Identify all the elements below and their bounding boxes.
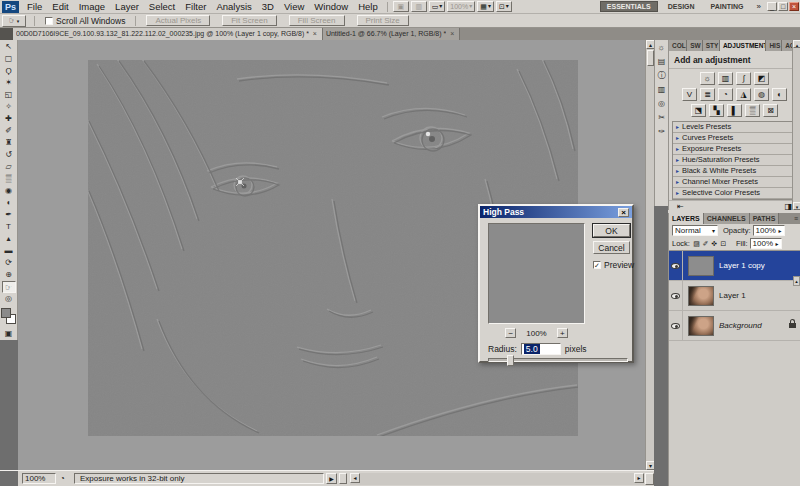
tool-button[interactable]: ▢ xyxy=(2,53,16,65)
menu-item[interactable]: Help xyxy=(353,0,383,14)
adjustment-icon[interactable]: ▥ xyxy=(718,72,733,85)
preset-row[interactable]: ▸ Exposure Presets xyxy=(673,144,796,155)
tool-button[interactable]: ▒ xyxy=(2,173,16,185)
adjustment-icon[interactable]: ◍ xyxy=(754,88,769,101)
tool-button[interactable]: ↺ xyxy=(2,149,16,161)
adjustment-icon[interactable]: ◩ xyxy=(754,72,769,85)
tool-button[interactable]: ✐ xyxy=(2,125,16,137)
adjustment-icon[interactable]: ◐ xyxy=(772,88,787,101)
adjustment-icon[interactable]: ▚ xyxy=(709,104,724,117)
expand-triangle-icon[interactable]: ▸ xyxy=(676,177,679,187)
adjustment-icon[interactable]: ◮ xyxy=(736,88,751,101)
appbar-icon[interactable]: ▭ ▾ xyxy=(429,1,446,12)
zoom-out-button[interactable]: − xyxy=(505,328,516,338)
tool-button[interactable]: ◖ xyxy=(2,197,16,209)
dock-panel-icon[interactable]: ✂ xyxy=(656,112,668,124)
panel-tab[interactable]: STY xyxy=(703,40,720,51)
tool-button[interactable]: ▬ xyxy=(2,245,16,257)
opacity-field[interactable]: 100% ▸ xyxy=(753,225,785,236)
status-menu-arrow-icon[interactable]: ▶ xyxy=(326,473,337,484)
window-control-button[interactable]: □ xyxy=(778,2,788,11)
close-icon[interactable]: × xyxy=(618,208,629,217)
spinner-icon[interactable]: ▸ xyxy=(776,240,779,247)
menu-item[interactable]: Edit xyxy=(47,0,73,14)
blend-mode-select[interactable]: Normal ▾ xyxy=(672,225,718,236)
tool-button[interactable]: ✶ xyxy=(2,77,16,89)
view-button[interactable]: Print Size xyxy=(357,15,409,26)
appbar-icon[interactable]: ▦ ▾ xyxy=(477,1,494,12)
preset-row[interactable]: ▸ Curves Presets xyxy=(673,133,796,144)
workspace-overflow-button[interactable]: » xyxy=(752,0,766,14)
workspace-button[interactable]: DESIGN xyxy=(662,2,701,11)
tool-button[interactable]: ☞ xyxy=(2,281,16,293)
tool-preset-picker[interactable]: ☞ ▾ xyxy=(2,15,26,27)
scrollbar-thumb[interactable] xyxy=(647,50,654,66)
panel-tab[interactable]: ADJUSTMENTS xyxy=(720,40,767,51)
adjustment-icon[interactable]: ⊠ xyxy=(763,104,778,117)
layer-row[interactable]: Layer 1 copy xyxy=(669,251,800,281)
preset-row[interactable]: ▸ Selective Color Presets xyxy=(673,188,796,199)
preview-checkbox[interactable]: ✓ xyxy=(593,261,601,269)
tool-button[interactable]: ◎ xyxy=(2,293,16,305)
adjustment-icon[interactable]: V xyxy=(682,88,697,101)
scroll-left-icon[interactable]: ◂ xyxy=(350,473,360,483)
workspace-button[interactable]: PAINTING xyxy=(705,2,750,11)
window-control-button[interactable]: _ xyxy=(767,2,777,11)
expand-triangle-icon[interactable]: ▸ xyxy=(676,133,679,143)
scroll-up-icon[interactable]: ▴ xyxy=(793,40,800,48)
filter-preview[interactable] xyxy=(488,223,585,324)
layer-row[interactable]: Background xyxy=(669,311,800,341)
panel-menu-icon[interactable]: ≡ xyxy=(792,213,800,224)
document-tab[interactable]: 00D0D7106I9CE_09.100.93.132_81.222.112.0… xyxy=(13,28,323,40)
expand-triangle-icon[interactable]: ▸ xyxy=(676,166,679,176)
view-button[interactable]: Fit Screen xyxy=(222,15,276,26)
layer-name[interactable]: Background xyxy=(719,321,789,330)
zoom-in-button[interactable]: + xyxy=(557,328,568,338)
vertical-scrollbar[interactable]: ▴ ▾ xyxy=(645,40,654,470)
layers-scrollbar[interactable]: ▴ xyxy=(793,276,800,286)
menu-item[interactable]: Window xyxy=(309,0,353,14)
tool-button[interactable]: Ϙ xyxy=(2,65,16,77)
document-tab[interactable]: Untitled-1 @ 66.7% (Layer 1, RGB/8) * × xyxy=(323,28,460,40)
tool-button[interactable]: ◉ xyxy=(2,185,16,197)
tab-scroll-button[interactable] xyxy=(0,28,13,40)
preset-row[interactable]: ▸ Hue/Saturation Presets xyxy=(673,155,796,166)
menu-item[interactable]: View xyxy=(279,0,309,14)
slider-thumb[interactable] xyxy=(507,355,514,366)
adjustment-icon[interactable]: ≣ xyxy=(700,88,715,101)
layer-thumbnail[interactable] xyxy=(688,256,714,276)
adjustment-icon[interactable]: ∫ xyxy=(736,72,751,85)
expand-triangle-icon[interactable]: ▸ xyxy=(676,155,679,165)
lock-icon[interactable]: ✐ xyxy=(701,240,710,248)
layer-visibility-toggle[interactable] xyxy=(669,281,683,311)
menu-item[interactable]: Filter xyxy=(180,0,211,14)
quick-mask-icon[interactable]: ▣ xyxy=(2,328,16,340)
lock-icon[interactable]: ⊡ xyxy=(719,240,728,248)
tool-button[interactable]: ✒ xyxy=(2,209,16,221)
presets-scrollbar[interactable]: ▴ ▾ xyxy=(792,40,800,210)
dock-panel-icon[interactable]: ◎ xyxy=(656,98,668,110)
fill-field[interactable]: 100% ▸ xyxy=(750,238,782,249)
zoom-percentage-field[interactable]: 100% xyxy=(22,473,56,484)
scroll-down-icon[interactable]: ▾ xyxy=(793,202,800,210)
dock-panel-icon[interactable]: ⓘ xyxy=(656,70,668,82)
tool-button[interactable]: ▱ xyxy=(2,161,16,173)
menu-item[interactable]: Select xyxy=(144,0,180,14)
dock-panel-icon[interactable]: ☼ xyxy=(656,42,668,54)
ok-button[interactable]: OK xyxy=(593,224,630,237)
menu-item[interactable]: Image xyxy=(74,0,110,14)
expand-triangle-icon[interactable]: ▸ xyxy=(676,188,679,198)
scroll-all-windows-checkbox[interactable] xyxy=(45,17,53,25)
panel-tab[interactable]: SW xyxy=(687,40,703,51)
preset-row[interactable]: ▸ Channel Mixer Presets xyxy=(673,177,796,188)
status-mini-button[interactable] xyxy=(339,473,347,484)
foreground-color-swatch[interactable] xyxy=(1,308,11,318)
tool-button[interactable]: ▴ xyxy=(2,233,16,245)
view-button[interactable]: Actual Pixels xyxy=(146,15,210,26)
tool-button[interactable]: ♜ xyxy=(2,137,16,149)
adjustment-icon[interactable]: ▌ xyxy=(727,104,742,117)
menu-item[interactable]: File xyxy=(22,0,47,14)
expand-triangle-icon[interactable]: ▸ xyxy=(676,122,679,132)
spinner-icon[interactable]: ▸ xyxy=(779,227,782,234)
layer-row[interactable]: Layer 1 xyxy=(669,281,800,311)
